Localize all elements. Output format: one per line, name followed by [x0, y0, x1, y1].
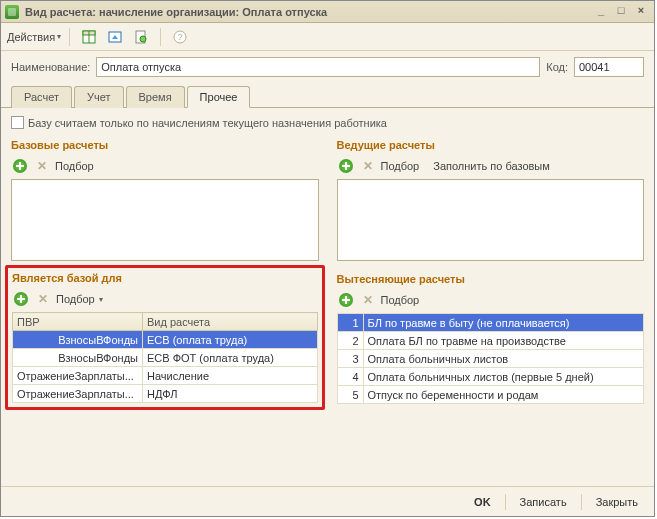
refresh-icon: [108, 30, 122, 44]
leading-list[interactable]: [337, 179, 645, 261]
panel-displacing: Вытесняющие расчеты ✕ Подбор 1 БЛ по тра…: [337, 269, 645, 404]
delete-button[interactable]: ✕: [359, 291, 377, 309]
table-row[interactable]: 4 Оплата больничных листов (первые 5 дне…: [337, 368, 644, 386]
spreadsheet-button[interactable]: [78, 27, 100, 47]
table-row[interactable]: 3 Оплата больничных листов: [337, 350, 644, 368]
template-button[interactable]: [130, 27, 152, 47]
app-icon: [5, 5, 19, 19]
x-icon: ✕: [363, 159, 373, 173]
name-field[interactable]: Оплата отпуска: [96, 57, 540, 77]
actions-menu[interactable]: Действия ▾: [7, 31, 61, 43]
table-row[interactable]: ОтражениеЗарплаты... Начисление: [13, 367, 318, 385]
window-title: Вид расчета: начисление организации: Опл…: [25, 6, 590, 18]
help-icon: ?: [173, 30, 187, 44]
close-button[interactable]: Закрыть: [590, 494, 644, 510]
x-icon: ✕: [363, 293, 373, 307]
fill-by-base-link[interactable]: Заполнить по базовым: [433, 160, 550, 172]
tab-content: Базу считаем только по начислениям текущ…: [1, 108, 654, 486]
separator: [581, 494, 582, 510]
plus-icon: [339, 293, 353, 307]
table-row[interactable]: 1 БЛ по травме в быту (не оплачивается): [337, 314, 644, 332]
delete-button[interactable]: ✕: [34, 290, 52, 308]
footer: OK Записать Закрыть: [1, 486, 654, 516]
base-current-only-label: Базу считаем только по начислениям текущ…: [28, 117, 387, 129]
svg-text:?: ?: [178, 32, 183, 42]
table-row[interactable]: 5 Отпуск по беременности и родам: [337, 386, 644, 404]
panel-is-base-for-title: Является базой для: [12, 272, 318, 284]
is-base-for-grid[interactable]: ПВР Вид расчета ВзносыВФонды ЕСВ (оплата…: [12, 312, 318, 403]
separator: [69, 28, 70, 46]
delete-button[interactable]: ✕: [33, 157, 51, 175]
tab-accounting[interactable]: Учет: [74, 86, 124, 108]
toolbar: Действия ▾ ?: [1, 23, 654, 51]
col-pvr[interactable]: ПВР: [13, 313, 143, 331]
code-field[interactable]: 00041: [574, 57, 644, 77]
select-link[interactable]: Подбор: [381, 160, 420, 172]
panel-base: Базовые расчеты ✕ Подбор: [11, 135, 319, 261]
select-link[interactable]: Подбор: [56, 293, 95, 305]
add-button[interactable]: [337, 291, 355, 309]
panel-leading: Ведущие расчеты ✕ Подбор Заполнить по ба…: [337, 135, 645, 261]
separator: [160, 28, 161, 46]
spreadsheet-icon: [82, 30, 96, 44]
plus-icon: [14, 292, 28, 306]
tabs: Расчет Учет Время Прочее: [1, 85, 654, 108]
base-list[interactable]: [11, 179, 319, 261]
displacing-grid[interactable]: 1 БЛ по травме в быту (не оплачивается) …: [337, 313, 645, 404]
table-row[interactable]: ВзносыВФонды ЕСВ ФОТ (оплата труда): [13, 349, 318, 367]
maximize-button[interactable]: □: [612, 4, 630, 20]
ok-button[interactable]: OK: [468, 494, 497, 510]
x-icon: ✕: [38, 292, 48, 306]
tab-time[interactable]: Время: [126, 86, 185, 108]
chevron-down-icon: ▾: [99, 295, 103, 304]
select-link[interactable]: Подбор: [381, 294, 420, 306]
actions-label: Действия: [7, 31, 55, 43]
table-row[interactable]: ВзносыВФонды ЕСВ (оплата труда): [13, 331, 318, 349]
col-kind[interactable]: Вид расчета: [143, 313, 318, 331]
titlebar[interactable]: Вид расчета: начисление организации: Опл…: [1, 1, 654, 23]
panel-base-title: Базовые расчеты: [11, 139, 319, 151]
panel-leading-title: Ведущие расчеты: [337, 139, 645, 151]
help-button[interactable]: ?: [169, 27, 191, 47]
separator: [505, 494, 506, 510]
svg-point-5: [140, 36, 146, 42]
add-button[interactable]: [337, 157, 355, 175]
name-label: Наименование:: [11, 61, 90, 73]
panel-displacing-title: Вытесняющие расчеты: [337, 273, 645, 285]
base-current-only-row: Базу считаем только по начислениям текущ…: [11, 116, 644, 129]
x-icon: ✕: [37, 159, 47, 173]
plus-icon: [339, 159, 353, 173]
delete-button[interactable]: ✕: [359, 157, 377, 175]
select-link[interactable]: Подбор: [55, 160, 94, 172]
save-button[interactable]: Записать: [514, 494, 573, 510]
add-button[interactable]: [12, 290, 30, 308]
base-current-only-checkbox[interactable]: [11, 116, 24, 129]
refresh-button[interactable]: [104, 27, 126, 47]
minimize-button[interactable]: _: [592, 4, 610, 20]
name-row: Наименование: Оплата отпуска Код: 00041: [1, 51, 654, 83]
add-button[interactable]: [11, 157, 29, 175]
tab-other[interactable]: Прочее: [187, 86, 251, 108]
main-window: Вид расчета: начисление организации: Опл…: [0, 0, 655, 517]
code-label: Код:: [546, 61, 568, 73]
chevron-down-icon: ▾: [57, 32, 61, 41]
close-button[interactable]: ×: [632, 4, 650, 20]
tab-calculation[interactable]: Расчет: [11, 86, 72, 108]
panel-is-base-for: Является базой для ✕ Подбор ▾ ПВР Вид ра…: [5, 265, 325, 410]
table-row[interactable]: 2 Оплата БЛ по травме на производстве: [337, 332, 644, 350]
table-row[interactable]: ОтражениеЗарплаты... НДФЛ: [13, 385, 318, 403]
template-icon: [134, 30, 148, 44]
plus-icon: [13, 159, 27, 173]
